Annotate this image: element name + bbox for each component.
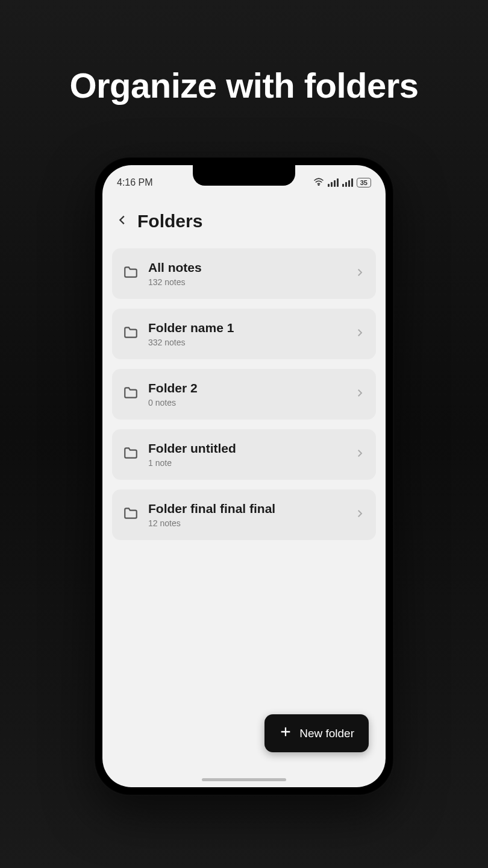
chevron-right-icon: [354, 508, 365, 521]
wifi-icon: [313, 177, 324, 188]
folder-icon: [123, 385, 139, 403]
chevron-right-icon: [354, 267, 365, 280]
folder-name: All notes: [148, 260, 345, 275]
folder-icon: [123, 325, 139, 343]
new-folder-button[interactable]: New folder: [264, 714, 369, 752]
page-header: Folders: [102, 192, 386, 248]
folder-icon: [123, 445, 139, 464]
folder-name: Folder name 1: [148, 321, 345, 335]
phone-frame: 4:16 PM 35 Folders: [94, 157, 394, 796]
svg-point-0: [318, 184, 319, 186]
folder-count: 332 notes: [148, 338, 345, 347]
folder-item[interactable]: Folder name 1 332 notes: [112, 309, 376, 359]
plus-icon: [279, 725, 292, 741]
new-folder-label: New folder: [299, 727, 354, 740]
folder-count: 0 notes: [148, 398, 345, 407]
folder-icon: [123, 506, 139, 524]
chevron-right-icon: [354, 327, 365, 341]
folder-name: Folder 2: [148, 381, 345, 395]
phone-notch: [193, 165, 295, 186]
folder-count: 132 notes: [148, 277, 345, 287]
battery-icon: 35: [357, 178, 371, 187]
phone-screen: 4:16 PM 35 Folders: [102, 165, 386, 787]
folder-name: Folder final final final: [148, 502, 345, 516]
phone-mockup: 4:16 PM 35 Folders: [94, 157, 394, 796]
folder-icon: [123, 265, 139, 283]
folder-count: 1 note: [148, 458, 345, 468]
folder-item[interactable]: Folder final final final 12 notes: [112, 489, 376, 540]
signal-icon-2: [342, 178, 353, 187]
chevron-right-icon: [354, 388, 365, 401]
status-time: 4:16 PM: [117, 177, 153, 188]
home-indicator[interactable]: [202, 778, 286, 781]
folder-item[interactable]: Folder 2 0 notes: [112, 369, 376, 420]
chevron-right-icon: [354, 448, 365, 461]
folder-item-all-notes[interactable]: All notes 132 notes: [112, 248, 376, 299]
back-button[interactable]: [116, 213, 129, 229]
signal-icon: [328, 178, 339, 187]
promo-headline: Organize with folders: [0, 0, 488, 105]
folder-count: 12 notes: [148, 518, 345, 528]
folder-list: All notes 132 notes Folder name 1 332 no…: [102, 248, 386, 540]
folder-name: Folder untitled: [148, 441, 345, 456]
page-title: Folders: [137, 211, 202, 231]
folder-item[interactable]: Folder untitled 1 note: [112, 429, 376, 480]
